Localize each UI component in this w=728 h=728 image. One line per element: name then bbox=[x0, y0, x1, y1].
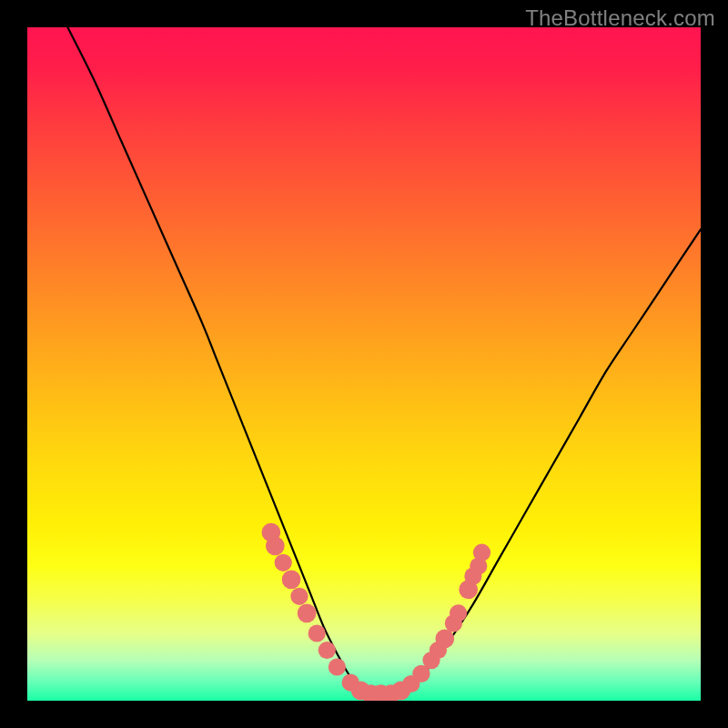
plot-area bbox=[27, 27, 701, 701]
data-point bbox=[298, 603, 317, 622]
data-point bbox=[318, 642, 336, 659]
data-point bbox=[473, 544, 490, 561]
watermark-text: TheBottleneck.com bbox=[525, 5, 715, 31]
data-point bbox=[282, 570, 301, 589]
bottleneck-curve bbox=[67, 27, 701, 698]
data-point bbox=[275, 554, 292, 571]
data-point bbox=[266, 536, 285, 555]
marker-group bbox=[262, 523, 491, 701]
chart-frame: TheBottleneck.com bbox=[0, 0, 728, 728]
data-point bbox=[450, 604, 467, 622]
data-point bbox=[329, 658, 346, 675]
chart-svg bbox=[27, 27, 701, 701]
data-point bbox=[435, 630, 454, 649]
data-point bbox=[308, 624, 326, 642]
data-point bbox=[290, 588, 308, 605]
